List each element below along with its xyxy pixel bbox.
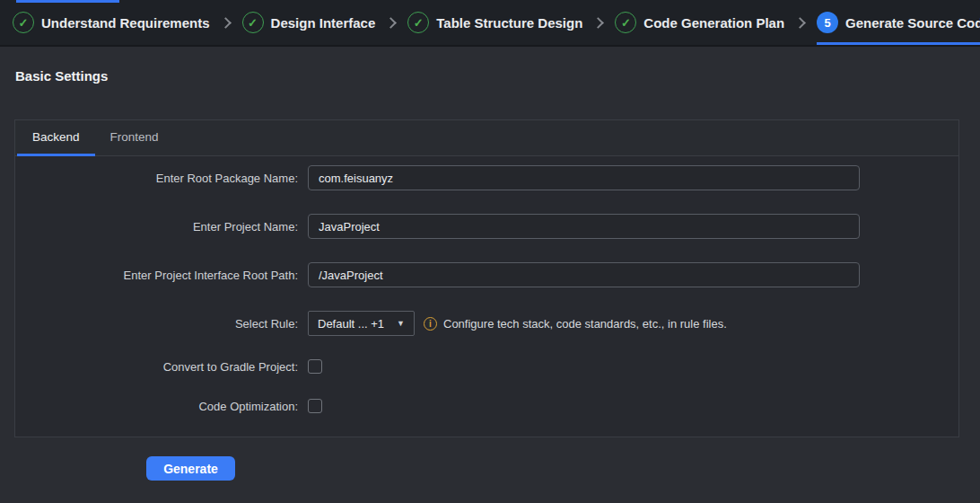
tab-bar: Backend Frontend bbox=[15, 120, 958, 156]
field-label: Select Rule: bbox=[15, 317, 298, 331]
page-title: Basic Settings bbox=[15, 67, 966, 85]
step-label: Table Structure Design bbox=[436, 15, 582, 31]
check-circle-icon: ✓ bbox=[13, 12, 34, 33]
step-number-badge: 5 bbox=[817, 12, 838, 33]
rule-hint-text: Configure tech stack, code standards, et… bbox=[443, 317, 727, 331]
chevron-right-icon bbox=[592, 17, 604, 29]
rule-hint: i Configure tech stack, code standards, … bbox=[424, 317, 727, 331]
field-label: Enter Project Interface Root Path: bbox=[15, 269, 298, 282]
check-circle-icon: ✓ bbox=[407, 12, 429, 33]
step-label: Code Generation Plan bbox=[643, 15, 784, 31]
step-label: Understand Requirements bbox=[41, 15, 210, 31]
step-design-interface[interactable]: ✓ Design Interface bbox=[242, 0, 376, 45]
form-row-select-rule: Select Rule: Default ... +1 ▼ i Configur… bbox=[15, 311, 958, 336]
form: Enter Root Package Name: Enter Project N… bbox=[15, 156, 958, 413]
form-row-interface-root-path: Enter Project Interface Root Path: bbox=[15, 262, 958, 287]
step-navigation-bar: ✓ Understand Requirements ✓ Design Inter… bbox=[0, 0, 980, 47]
main-content: Basic Settings Backend Frontend Enter Ro… bbox=[0, 67, 980, 481]
step-understand-requirements[interactable]: ✓ Understand Requirements bbox=[13, 0, 210, 45]
field-label: Convert to Gradle Project: bbox=[15, 360, 298, 374]
chevron-right-icon bbox=[220, 17, 232, 29]
rule-select-value: Default ... +1 bbox=[318, 317, 384, 331]
rule-select[interactable]: Default ... +1 ▼ bbox=[308, 311, 415, 336]
form-row-gradle: Convert to Gradle Project: bbox=[15, 359, 958, 374]
step-table-structure-design[interactable]: ✓ Table Structure Design bbox=[407, 0, 582, 45]
chevron-right-icon bbox=[385, 17, 397, 29]
settings-panel: Backend Frontend Enter Root Package Name… bbox=[14, 119, 959, 437]
field-label: Enter Project Name: bbox=[15, 220, 298, 234]
chevron-right-icon bbox=[794, 17, 806, 29]
convert-to-gradle-checkbox[interactable] bbox=[308, 359, 322, 374]
check-circle-icon: ✓ bbox=[615, 12, 636, 33]
step-label: Generate Source Code bbox=[845, 15, 980, 31]
root-package-name-input[interactable] bbox=[308, 165, 860, 190]
form-row-code-optimization: Code Optimization: bbox=[15, 399, 958, 413]
form-row-project-name: Enter Project Name: bbox=[15, 214, 958, 239]
step-code-generation-plan[interactable]: ✓ Code Generation Plan bbox=[615, 0, 784, 45]
top-accent-bar bbox=[16, 0, 119, 3]
stepper: ✓ Understand Requirements ✓ Design Inter… bbox=[13, 0, 980, 45]
code-optimization-checkbox[interactable] bbox=[308, 399, 322, 413]
form-row-root-package: Enter Root Package Name: bbox=[15, 165, 958, 190]
step-generate-source-code[interactable]: 5 Generate Source Code i bbox=[817, 0, 980, 45]
project-name-input[interactable] bbox=[308, 214, 860, 239]
tab-backend[interactable]: Backend bbox=[17, 120, 95, 156]
step-label: Design Interface bbox=[271, 15, 376, 31]
tab-frontend[interactable]: Frontend bbox=[95, 120, 174, 156]
generate-button[interactable]: Generate bbox=[146, 456, 235, 481]
interface-root-path-input[interactable] bbox=[308, 262, 860, 287]
field-label: Code Optimization: bbox=[15, 400, 298, 413]
caret-down-icon: ▼ bbox=[397, 319, 405, 328]
check-circle-icon: ✓ bbox=[242, 12, 264, 33]
info-icon[interactable]: i bbox=[424, 317, 437, 331]
field-label: Enter Root Package Name: bbox=[15, 172, 298, 185]
